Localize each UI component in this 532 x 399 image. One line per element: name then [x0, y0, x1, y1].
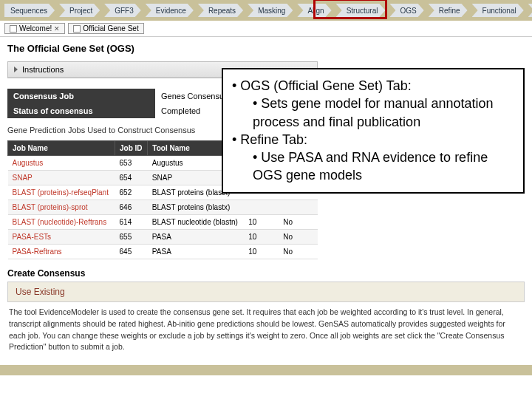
nav-step-annotate[interactable]: Annotate	[528, 4, 532, 17]
document-tabs: Welcome! ✕ Official Gene Set	[0, 21, 532, 37]
job-weight: 10	[244, 245, 279, 259]
nav-step-project[interactable]: Project	[59, 4, 100, 17]
job-weight	[244, 200, 279, 215]
create-consensus-heading: Create Consensus	[7, 268, 525, 279]
consensus-job-label: Consensus Job	[7, 89, 155, 103]
callout-refine-text: Use PASA and RNA evidence to refine OGS …	[253, 150, 488, 183]
table-row: PASA-ESTs655PASA10No	[8, 230, 318, 245]
close-icon[interactable]: ✕	[54, 25, 60, 33]
col-job-name: Job Name	[8, 141, 115, 156]
instructions-label: Instructions	[22, 65, 64, 74]
nav-step-functional[interactable]: Functional	[472, 4, 524, 17]
tab-label: Welcome!	[19, 24, 52, 33]
job-name-link[interactable]: SNAP	[13, 174, 33, 182]
callout-refine-label: Refine Tab:	[240, 132, 307, 147]
job-exclude: No	[279, 215, 317, 230]
footer-bar	[0, 365, 532, 375]
tool-name: PASA	[148, 245, 244, 259]
job-exclude	[279, 200, 317, 215]
tool-name: BLAST proteins (blastx)	[148, 200, 244, 215]
main-content: The Official Gene Set (OGS) Instructions…	[0, 37, 532, 359]
page-title: The Official Gene Set (OGS)	[7, 43, 525, 54]
table-row: PASA-Reftrans645PASA10No	[8, 245, 318, 259]
callout-ogs-label: OGS (Official Gene Set) Tab:	[240, 78, 411, 93]
job-name-link[interactable]: PASA-ESTs	[13, 233, 52, 241]
job-id: 645	[115, 245, 148, 259]
table-row: BLAST (proteins)-sprot646BLAST proteins …	[8, 200, 318, 215]
job-id: 653	[115, 156, 148, 171]
callout-ogs-text: Sets gene model for manual annotation pr…	[253, 96, 494, 129]
table-row: BLAST (nucleotide)-Reftrans614BLAST nucl…	[8, 215, 318, 230]
status-label: Status of consensus	[7, 103, 155, 118]
description-text: The tool EvidenceModeler is used to crea…	[7, 307, 525, 353]
nav-step-refine[interactable]: Refine	[429, 4, 468, 17]
workflow-nav: Sequences Project GFF3 Evidence Repeats …	[0, 0, 532, 21]
job-id: 654	[115, 171, 148, 185]
job-id: 646	[115, 200, 148, 215]
tool-name: BLAST nucleotide (blastn)	[148, 215, 244, 230]
job-name-link[interactable]: BLAST (nucleotide)-Reftrans	[13, 218, 107, 226]
job-weight: 10	[244, 215, 279, 230]
nav-step-align[interactable]: Align	[297, 4, 331, 17]
job-exclude: No	[279, 230, 317, 245]
tab-label: Official Gene Set	[83, 24, 138, 33]
nav-step-structural[interactable]: Structural	[336, 4, 386, 17]
tab-welcome[interactable]: Welcome! ✕	[4, 23, 65, 34]
chevron-right-icon	[14, 66, 18, 72]
nav-step-ogs[interactable]: OGS	[389, 4, 423, 17]
document-icon	[73, 25, 81, 33]
nav-step-masking[interactable]: Masking	[248, 4, 293, 17]
job-id: 655	[115, 230, 148, 245]
document-icon	[10, 25, 17, 33]
job-id: 614	[115, 215, 148, 230]
col-job-id: Job ID	[115, 141, 148, 156]
job-name-link[interactable]: BLAST (proteins)-sprot	[13, 203, 88, 211]
use-existing-button[interactable]: Use Existing	[7, 282, 525, 302]
job-name-link[interactable]: BLAST (proteins)-refseqPlant	[13, 188, 109, 197]
job-name-link[interactable]: Augustus	[13, 159, 44, 167]
annotation-callout: • OGS (Official Gene Set) Tab: • Sets ge…	[222, 68, 525, 194]
tab-ogs[interactable]: Official Gene Set	[68, 23, 143, 34]
nav-step-evidence[interactable]: Evidence	[146, 4, 194, 17]
nav-step-repeats[interactable]: Repeats	[198, 4, 243, 17]
job-exclude: No	[279, 245, 317, 259]
job-weight: 10	[244, 230, 279, 245]
job-name-link[interactable]: PASA-Reftrans	[13, 248, 62, 256]
job-id: 652	[115, 185, 148, 200]
nav-step-gff3[interactable]: GFF3	[104, 4, 141, 17]
nav-step-sequences[interactable]: Sequences	[4, 4, 55, 17]
tool-name: PASA	[148, 230, 244, 245]
